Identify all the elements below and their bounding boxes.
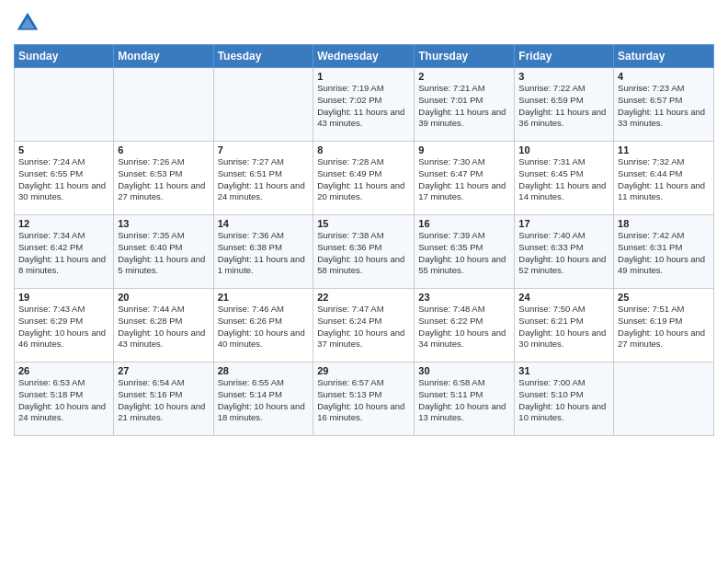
calendar-cell: 15Sunrise: 7:38 AM Sunset: 6:36 PM Dayli…: [313, 215, 415, 289]
day-number: 20: [118, 292, 209, 303]
day-info: Sunrise: 7:24 AM Sunset: 6:55 PM Dayligh…: [18, 156, 109, 203]
calendar-cell: 22Sunrise: 7:47 AM Sunset: 6:24 PM Dayli…: [313, 289, 415, 362]
calendar-cell: 28Sunrise: 6:55 AM Sunset: 5:14 PM Dayli…: [213, 362, 313, 436]
day-info: Sunrise: 7:19 AM Sunset: 7:02 PM Dayligh…: [317, 83, 410, 130]
day-info: Sunrise: 6:53 AM Sunset: 5:18 PM Dayligh…: [18, 377, 109, 424]
day-number: 21: [218, 292, 310, 303]
calendar-cell: 5Sunrise: 7:24 AM Sunset: 6:55 PM Daylig…: [15, 142, 114, 215]
calendar-cell: [213, 68, 313, 142]
day-info: Sunrise: 7:44 AM Sunset: 6:28 PM Dayligh…: [118, 304, 209, 350]
day-number: 16: [418, 218, 510, 229]
day-number: 3: [518, 71, 609, 82]
day-info: Sunrise: 6:54 AM Sunset: 5:16 PM Dayligh…: [118, 377, 209, 424]
calendar-cell: 20Sunrise: 7:44 AM Sunset: 6:28 PM Dayli…: [114, 289, 213, 362]
day-number: 5: [18, 144, 109, 155]
day-info: Sunrise: 7:23 AM Sunset: 6:57 PM Dayligh…: [618, 83, 710, 130]
calendar-cell: 19Sunrise: 7:43 AM Sunset: 6:29 PM Dayli…: [15, 289, 114, 362]
day-info: Sunrise: 7:32 AM Sunset: 6:44 PM Dayligh…: [618, 156, 710, 203]
logo: [14, 9, 45, 37]
day-number: 15: [317, 218, 410, 229]
day-info: Sunrise: 7:35 AM Sunset: 6:40 PM Dayligh…: [118, 230, 209, 277]
day-number: 18: [618, 218, 710, 229]
calendar-cell: 23Sunrise: 7:48 AM Sunset: 6:22 PM Dayli…: [415, 289, 515, 362]
day-number: 31: [518, 365, 609, 376]
day-info: Sunrise: 7:43 AM Sunset: 6:29 PM Dayligh…: [18, 304, 109, 350]
day-number: 22: [317, 292, 410, 303]
calendar-cell: 10Sunrise: 7:31 AM Sunset: 6:45 PM Dayli…: [515, 142, 614, 215]
calendar-cell: 2Sunrise: 7:21 AM Sunset: 7:01 PM Daylig…: [415, 68, 515, 142]
day-info: Sunrise: 7:40 AM Sunset: 6:33 PM Dayligh…: [518, 230, 609, 277]
day-info: Sunrise: 7:46 AM Sunset: 6:26 PM Dayligh…: [218, 304, 310, 350]
day-number: 11: [618, 144, 710, 155]
day-info: Sunrise: 7:39 AM Sunset: 6:35 PM Dayligh…: [418, 230, 510, 277]
calendar-cell: [614, 362, 714, 436]
day-number: 26: [18, 365, 109, 376]
day-info: Sunrise: 7:28 AM Sunset: 6:49 PM Dayligh…: [317, 156, 410, 203]
day-number: 19: [18, 292, 109, 303]
day-number: 12: [18, 218, 109, 229]
day-info: Sunrise: 7:27 AM Sunset: 6:51 PM Dayligh…: [218, 156, 310, 203]
day-number: 6: [118, 144, 209, 155]
calendar-cell: 25Sunrise: 7:51 AM Sunset: 6:19 PM Dayli…: [614, 289, 714, 362]
day-info: Sunrise: 7:50 AM Sunset: 6:21 PM Dayligh…: [518, 304, 609, 350]
calendar-cell: 4Sunrise: 7:23 AM Sunset: 6:57 PM Daylig…: [614, 68, 714, 142]
day-info: Sunrise: 7:34 AM Sunset: 6:42 PM Dayligh…: [18, 230, 109, 277]
day-number: 25: [618, 292, 710, 303]
calendar-cell: 3Sunrise: 7:22 AM Sunset: 6:59 PM Daylig…: [515, 68, 614, 142]
day-info: Sunrise: 7:51 AM Sunset: 6:19 PM Dayligh…: [618, 304, 710, 350]
day-info: Sunrise: 7:30 AM Sunset: 6:47 PM Dayligh…: [418, 156, 510, 203]
calendar-header-friday: Friday: [515, 45, 614, 68]
calendar-cell: [114, 68, 213, 142]
day-info: Sunrise: 7:31 AM Sunset: 6:45 PM Dayligh…: [518, 156, 609, 203]
day-number: 1: [317, 71, 410, 82]
calendar-cell: 24Sunrise: 7:50 AM Sunset: 6:21 PM Dayli…: [515, 289, 614, 362]
day-info: Sunrise: 7:21 AM Sunset: 7:01 PM Dayligh…: [418, 83, 510, 130]
calendar-week-row: 19Sunrise: 7:43 AM Sunset: 6:29 PM Dayli…: [15, 289, 714, 362]
day-number: 8: [317, 144, 410, 155]
day-number: 9: [418, 144, 510, 155]
calendar-header-row: SundayMondayTuesdayWednesdayThursdayFrid…: [15, 45, 714, 68]
day-info: Sunrise: 7:47 AM Sunset: 6:24 PM Dayligh…: [317, 304, 410, 350]
calendar-week-row: 26Sunrise: 6:53 AM Sunset: 5:18 PM Dayli…: [15, 362, 714, 436]
day-number: 30: [418, 365, 510, 376]
calendar-cell: 21Sunrise: 7:46 AM Sunset: 6:26 PM Dayli…: [213, 289, 313, 362]
calendar-cell: 26Sunrise: 6:53 AM Sunset: 5:18 PM Dayli…: [15, 362, 114, 436]
day-number: 2: [418, 71, 510, 82]
day-info: Sunrise: 7:38 AM Sunset: 6:36 PM Dayligh…: [317, 230, 410, 277]
page-header: [14, 9, 714, 37]
day-info: Sunrise: 7:36 AM Sunset: 6:38 PM Dayligh…: [218, 230, 310, 277]
calendar-header-sunday: Sunday: [15, 45, 114, 68]
day-number: 27: [118, 365, 209, 376]
calendar-cell: 14Sunrise: 7:36 AM Sunset: 6:38 PM Dayli…: [213, 215, 313, 289]
day-info: Sunrise: 7:48 AM Sunset: 6:22 PM Dayligh…: [418, 304, 510, 350]
day-number: 28: [218, 365, 310, 376]
calendar-cell: 30Sunrise: 6:58 AM Sunset: 5:11 PM Dayli…: [415, 362, 515, 436]
calendar-cell: [15, 68, 114, 142]
logo-icon: [14, 9, 41, 37]
day-info: Sunrise: 7:00 AM Sunset: 5:10 PM Dayligh…: [518, 377, 609, 424]
calendar-cell: 9Sunrise: 7:30 AM Sunset: 6:47 PM Daylig…: [415, 142, 515, 215]
calendar-cell: 17Sunrise: 7:40 AM Sunset: 6:33 PM Dayli…: [515, 215, 614, 289]
calendar-cell: 1Sunrise: 7:19 AM Sunset: 7:02 PM Daylig…: [313, 68, 415, 142]
calendar-week-row: 1Sunrise: 7:19 AM Sunset: 7:02 PM Daylig…: [15, 68, 714, 142]
calendar-header-thursday: Thursday: [415, 45, 515, 68]
calendar-cell: 8Sunrise: 7:28 AM Sunset: 6:49 PM Daylig…: [313, 142, 415, 215]
day-number: 29: [317, 365, 410, 376]
day-number: 17: [518, 218, 609, 229]
day-info: Sunrise: 6:58 AM Sunset: 5:11 PM Dayligh…: [418, 377, 510, 424]
day-info: Sunrise: 7:42 AM Sunset: 6:31 PM Dayligh…: [618, 230, 710, 277]
calendar-cell: 29Sunrise: 6:57 AM Sunset: 5:13 PM Dayli…: [313, 362, 415, 436]
calendar-cell: 18Sunrise: 7:42 AM Sunset: 6:31 PM Dayli…: [614, 215, 714, 289]
day-number: 13: [118, 218, 209, 229]
calendar-week-row: 5Sunrise: 7:24 AM Sunset: 6:55 PM Daylig…: [15, 142, 714, 215]
day-number: 7: [218, 144, 310, 155]
day-number: 14: [218, 218, 310, 229]
calendar-cell: 11Sunrise: 7:32 AM Sunset: 6:44 PM Dayli…: [614, 142, 714, 215]
calendar-header-tuesday: Tuesday: [213, 45, 313, 68]
day-info: Sunrise: 6:55 AM Sunset: 5:14 PM Dayligh…: [218, 377, 310, 424]
calendar-table: SundayMondayTuesdayWednesdayThursdayFrid…: [14, 44, 714, 436]
day-number: 23: [418, 292, 510, 303]
day-info: Sunrise: 7:22 AM Sunset: 6:59 PM Dayligh…: [518, 83, 609, 130]
day-number: 10: [518, 144, 609, 155]
day-number: 24: [518, 292, 609, 303]
